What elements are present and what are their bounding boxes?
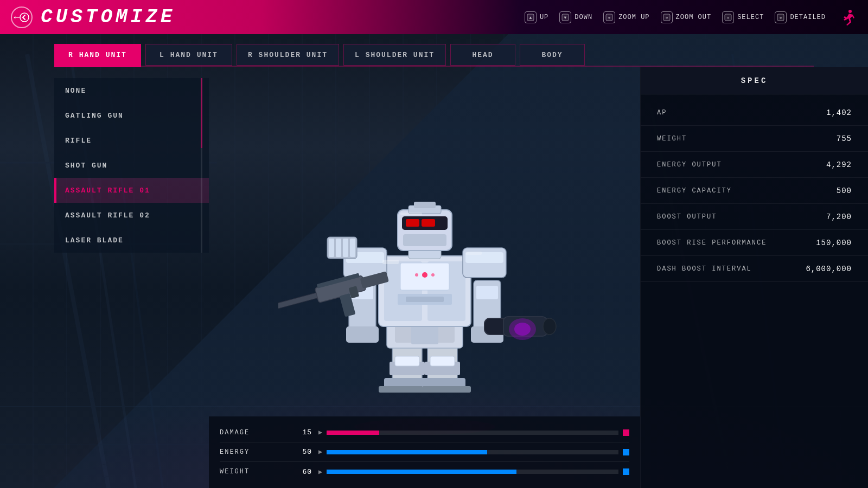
ctrl-select-label: Select xyxy=(737,14,764,21)
svg-rect-87 xyxy=(382,260,399,264)
svg-point-26 xyxy=(848,10,852,13)
weapon-list-panel: NONE GATLING GUN RIFLE SHOT GUN ASSAULT … xyxy=(0,67,209,488)
ctrl-down-label: Down xyxy=(575,14,592,21)
svg-rect-36 xyxy=(395,356,419,366)
spec-row-energy-output: ENERGY OUTPUT 4,292 xyxy=(641,152,868,178)
weapon-item-rifle[interactable]: RIFLE xyxy=(54,128,209,153)
stat-damage-bar-fill xyxy=(327,431,379,435)
svg-rect-54 xyxy=(336,239,341,257)
svg-point-86 xyxy=(514,323,531,336)
select-btn-icon: ⊙ xyxy=(722,11,734,23)
ctrl-detailed[interactable]: ⊗ Detailed xyxy=(775,11,826,23)
stat-energy-bar-fill xyxy=(327,450,487,454)
main-layout: NONE GATLING GUN RIFLE SHOT GUN ASSAULT … xyxy=(0,67,868,488)
ctrl-zoom-up-label: Zoom Up xyxy=(618,14,649,21)
weapon-item-gatling-gun[interactable]: GATLING GUN xyxy=(54,103,209,128)
back-button[interactable] xyxy=(11,7,33,28)
svg-rect-89 xyxy=(465,252,482,255)
down-btn-icon: ▼ xyxy=(559,11,571,23)
zoom-up-btn-icon: ⊕ xyxy=(603,11,615,23)
ctrl-select[interactable]: ⊙ Select xyxy=(722,11,764,23)
stat-weight-value: 60 xyxy=(285,468,312,476)
mech-preview-panel: DAMAGE 15 ▶ ENERGY 50 ▶ WEIGHT xyxy=(209,67,640,488)
zoom-out-btn-icon: ⊖ xyxy=(661,11,673,23)
ctrl-down[interactable]: ▼ Down xyxy=(559,11,592,23)
svg-point-13 xyxy=(20,13,29,22)
svg-point-84 xyxy=(543,318,556,335)
ctrl-zoom-out[interactable]: ⊖ Zoom Out xyxy=(661,11,712,23)
spec-header: SPEC xyxy=(641,67,868,94)
svg-text:⊗: ⊗ xyxy=(780,16,782,20)
ctrl-zoom-up[interactable]: ⊕ Zoom Up xyxy=(603,11,649,23)
spec-row-boost-output: BOOST OUTPUT 7,200 xyxy=(641,204,868,230)
spec-rows: AP 1,402 WEIGHT 755 ENERGY OUTPUT 4,292 … xyxy=(641,94,868,287)
svg-rect-35 xyxy=(422,386,471,393)
weapon-item-assault-rifle-01[interactable]: ASSAULT RIFLE 01 xyxy=(54,178,209,203)
spec-row-boost-rise: BOOST RISE PERFORMANCE 150,000 xyxy=(641,230,868,256)
ctrl-zoom-out-label: Zoom Out xyxy=(676,14,712,21)
stat-weight-label: WEIGHT xyxy=(220,468,285,476)
svg-rect-61 xyxy=(346,326,379,343)
weapon-list-scroll: NONE GATLING GUN RIFLE SHOT GUN ASSAULT … xyxy=(54,78,209,253)
stat-damage-bar xyxy=(327,431,618,435)
svg-rect-70 xyxy=(406,219,419,227)
weapon-item-none[interactable]: NONE xyxy=(54,78,209,103)
weapon-item-shot-gun[interactable]: SHOT GUN xyxy=(54,153,209,178)
stat-row-weight: WEIGHT 60 ▶ xyxy=(220,462,629,481)
stat-energy-bar xyxy=(327,450,618,454)
svg-rect-56 xyxy=(350,239,355,257)
header-controls: ▲ Up ▼ Down ⊕ Zoom Up ⊖ Zoom Out xyxy=(525,7,857,28)
stat-energy-arrow: ▶ xyxy=(318,448,322,456)
scroll-bar xyxy=(201,78,202,253)
tab-head[interactable]: HEAD xyxy=(450,44,515,66)
svg-rect-31 xyxy=(379,386,427,393)
scroll-thumb[interactable] xyxy=(201,78,202,148)
stat-energy-label: ENERGY xyxy=(220,448,285,456)
spec-row-ap: AP 1,402 xyxy=(641,100,868,126)
svg-rect-63 xyxy=(476,286,498,299)
svg-text:▼: ▼ xyxy=(564,15,567,20)
spec-row-energy-capacity: ENERGY CAPACITY 500 xyxy=(641,178,868,204)
stat-energy-indicator xyxy=(623,449,629,455)
svg-text:⊕: ⊕ xyxy=(608,16,610,20)
stat-row-damage: DAMAGE 15 ▶ xyxy=(220,423,629,442)
stat-energy-value: 50 xyxy=(285,448,312,456)
svg-rect-37 xyxy=(430,356,455,366)
svg-rect-71 xyxy=(422,219,435,227)
svg-rect-74 xyxy=(414,202,436,208)
spec-row-dash-boost: DASH BOOST INTERVAL 6,000,000 xyxy=(641,256,868,282)
stat-weight-arrow: ▶ xyxy=(318,468,322,476)
tab-l-shoulder-unit[interactable]: L SHOULDER UNIT xyxy=(343,44,446,66)
stat-damage-indicator xyxy=(623,429,629,436)
tab-r-hand-unit[interactable]: R HAND UNIT xyxy=(54,44,141,66)
tab-l-hand-unit[interactable]: L HAND UNIT xyxy=(145,44,232,66)
ctrl-up[interactable]: ▲ Up xyxy=(525,11,548,23)
stat-damage-arrow: ▶ xyxy=(318,428,322,436)
svg-rect-53 xyxy=(329,239,334,257)
stat-damage-label: DAMAGE xyxy=(220,429,285,436)
svg-point-45 xyxy=(422,272,427,278)
weapon-stats-overlay: DAMAGE 15 ▶ ENERGY 50 ▶ WEIGHT xyxy=(209,416,640,488)
svg-rect-49 xyxy=(406,297,444,302)
spec-row-weight: WEIGHT 755 xyxy=(641,126,868,152)
svg-point-47 xyxy=(431,273,435,277)
weapon-item-laser-blade[interactable]: LASER BLADE xyxy=(54,228,209,253)
stat-row-energy: ENERGY 50 ▶ xyxy=(220,442,629,462)
weapon-item-assault-rifle-02[interactable]: ASSAULT RIFLE 02 xyxy=(54,203,209,228)
tab-r-shoulder-unit[interactable]: R SHOULDER UNIT xyxy=(237,44,339,66)
spec-panel: SPEC AP 1,402 WEIGHT 755 ENERGY OUTPUT 4… xyxy=(640,67,868,488)
exit-button[interactable] xyxy=(837,7,857,28)
stat-weight-bar-fill xyxy=(327,470,516,474)
page-title: CUSTOMIZE xyxy=(41,6,175,28)
stat-weight-bar xyxy=(327,470,618,474)
svg-text:▲: ▲ xyxy=(529,15,532,20)
ctrl-up-label: Up xyxy=(540,14,548,21)
svg-rect-88 xyxy=(400,213,422,215)
up-btn-icon: ▲ xyxy=(525,11,537,23)
detailed-btn-icon: ⊗ xyxy=(775,11,787,23)
svg-rect-72 xyxy=(403,234,446,246)
svg-text:⊙: ⊙ xyxy=(727,16,729,20)
svg-rect-55 xyxy=(343,239,348,257)
tab-body[interactable]: BODY xyxy=(520,44,585,66)
stat-weight-indicator xyxy=(623,468,629,475)
